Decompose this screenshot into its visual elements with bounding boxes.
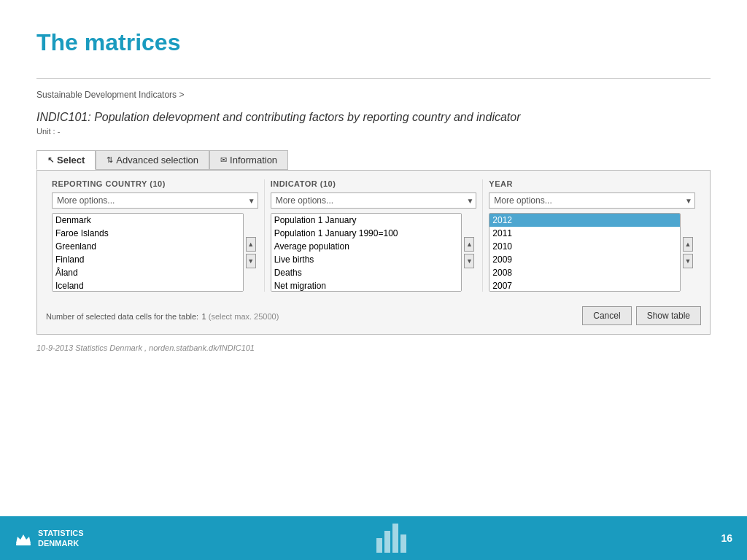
chart-bar-3	[392, 524, 398, 553]
footer-chart	[376, 524, 406, 553]
country-list-wrapper: Denmark Faroe Islands Greenland Finland …	[52, 213, 258, 292]
country-down-button[interactable]: ▼	[246, 254, 256, 268]
max-label: (select max. 25000)	[209, 312, 279, 321]
indicator-up-button[interactable]: ▲	[464, 237, 474, 252]
country-dropdown-container: More options... ▼	[52, 192, 258, 209]
footer-bar: STATISTICS DENMARK 16	[0, 516, 747, 560]
cell-count-label: Number of selected data cells for the ta…	[46, 312, 198, 321]
country-side-buttons: ▲ ▼	[244, 213, 258, 292]
show-table-button[interactable]: Show table	[636, 306, 701, 325]
logo-text: STATISTICS DENMARK	[38, 528, 84, 549]
panel-footer: Number of selected data cells for the ta…	[46, 300, 701, 325]
svg-rect-0	[16, 543, 31, 545]
year-side-buttons: ▲ ▼	[681, 213, 695, 292]
chart-bar-2	[384, 531, 390, 553]
cell-count-value: 1	[202, 312, 209, 321]
tab-advanced[interactable]: ⇅ Advanced selection	[96, 150, 209, 170]
advanced-icon: ⇅	[107, 155, 113, 165]
year-column: YEAR More options... ▼ 2012 2011 2010 20…	[483, 179, 701, 292]
year-header: YEAR	[489, 179, 695, 188]
crown-icon	[15, 529, 32, 547]
info-icon: ✉	[220, 155, 227, 165]
indicator-side-buttons: ▲ ▼	[462, 213, 476, 292]
selection-panel: REPORTING COUNTRY (10) More options... ▼…	[36, 170, 711, 335]
divider	[36, 78, 711, 79]
year-list-wrapper: 2012 2011 2010 2009 2008 2007 2006 2005 …	[489, 213, 695, 292]
chart-bar-4	[400, 534, 406, 553]
country-header: REPORTING COUNTRY (10)	[52, 179, 258, 188]
indicator-dropdown-container: More options... ▼	[271, 192, 477, 209]
unit-label: Unit : -	[36, 127, 711, 136]
tab-bar: ↖ Select ⇅ Advanced selection ✉ Informat…	[36, 150, 711, 170]
year-more-options[interactable]: More options...	[489, 192, 695, 209]
action-buttons: Cancel Show table	[582, 306, 701, 325]
country-list[interactable]: Denmark Faroe Islands Greenland Finland …	[52, 213, 244, 292]
breadcrumb: Sustainable Development Indicators >	[36, 90, 711, 100]
country-more-options[interactable]: More options...	[52, 192, 258, 209]
tab-select[interactable]: ↖ Select	[36, 150, 96, 170]
country-column: REPORTING COUNTRY (10) More options... ▼…	[46, 179, 265, 292]
cancel-button[interactable]: Cancel	[582, 306, 631, 325]
page-number: 16	[721, 532, 732, 544]
columns-container: REPORTING COUNTRY (10) More options... ▼…	[46, 179, 701, 292]
indicator-header: INDICATOR (10)	[271, 179, 477, 188]
year-dropdown-container: More options... ▼	[489, 192, 695, 209]
year-up-button[interactable]: ▲	[683, 237, 693, 252]
page-title: The matrices	[36, 29, 711, 56]
tab-information[interactable]: ✉ Information	[209, 150, 288, 170]
indicator-list-wrapper: Population 1 January Population 1 Januar…	[271, 213, 477, 292]
footer-logo: STATISTICS DENMARK	[15, 528, 84, 549]
select-icon: ↖	[47, 155, 54, 165]
dataset-title: INDIC101: Population delevopment and con…	[36, 111, 711, 124]
year-list[interactable]: 2012 2011 2010 2009 2008 2007 2006 2005 …	[489, 213, 681, 292]
cell-count-area: Number of selected data cells for the ta…	[46, 309, 279, 322]
source-line: 10-9-2013 Statistics Denmark , norden.st…	[36, 343, 711, 352]
country-up-button[interactable]: ▲	[246, 237, 256, 252]
indicator-column: INDICATOR (10) More options... ▼ Populat…	[265, 179, 484, 292]
indicator-more-options[interactable]: More options...	[271, 192, 477, 209]
indicator-list[interactable]: Population 1 January Population 1 Januar…	[271, 213, 462, 292]
year-down-button[interactable]: ▼	[683, 254, 693, 268]
chart-bar-1	[376, 538, 382, 553]
indicator-down-button[interactable]: ▼	[464, 254, 474, 268]
